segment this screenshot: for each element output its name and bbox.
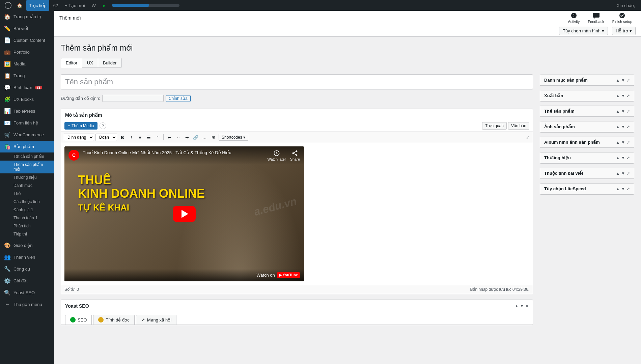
permalink-input[interactable] — [102, 95, 164, 102]
product-name-input[interactable] — [61, 75, 533, 89]
panel-attributes-down[interactable]: ▼ — [621, 171, 625, 176]
yoast-tab-social[interactable]: ↗ Mạng xã hội — [136, 315, 176, 325]
panel-publish-up[interactable]: ▲ — [616, 93, 620, 98]
panel-category-down[interactable]: ▼ — [621, 78, 625, 83]
yoast-header[interactable]: Yoast SEO ▲ ▼ ✕ — [61, 300, 533, 312]
submenu-tag[interactable]: Thẻ — [0, 190, 54, 198]
submenu-attributes[interactable]: Các thuộc tính — [0, 198, 54, 206]
activity-button[interactable]: Activity — [565, 11, 583, 25]
panel-litespeed-header[interactable]: Tùy chọn LiteSpeed ▲ ▼ ⤢ — [540, 184, 634, 194]
watch-later-button[interactable]: Watch later — [267, 150, 286, 161]
menu-item-yoast[interactable]: 🔍 Yoast SEO — [0, 287, 54, 299]
adminbar-new[interactable]: + Tạo mới — [62, 0, 87, 11]
tab-builder[interactable]: Builder — [98, 58, 121, 68]
submenu-analytics[interactable]: Phân tích — [0, 222, 54, 230]
panel-publish-header[interactable]: Xuất bản ▲ ▼ ⤢ — [540, 90, 634, 101]
panel-brand-down[interactable]: ▼ — [621, 156, 625, 160]
panel-brand-up[interactable]: ▲ — [616, 156, 620, 160]
adminbar-dot[interactable]: ● — [100, 0, 108, 11]
submenu-payments[interactable]: Thanh toán 1 — [0, 214, 54, 222]
submenu-add-product[interactable]: Thêm sản phẩm mới — [0, 161, 54, 173]
menu-item-pages[interactable]: 📋 Trang — [0, 70, 54, 82]
submenu-category[interactable]: Danh mục — [0, 181, 54, 190]
submenu-brand[interactable]: Thương hiệu — [0, 173, 54, 181]
panel-category-header[interactable]: Danh mục sản phẩm ▲ ▼ ⤢ — [540, 75, 634, 86]
panel-product-image-header[interactable]: Ảnh sản phẩm ▲ ▼ ⤢ — [540, 121, 634, 132]
panel-litespeed-down[interactable]: ▼ — [621, 187, 625, 191]
yoast-arrow-expand[interactable]: ✕ — [525, 304, 529, 308]
panel-tags-header[interactable]: Thẻ sản phẩm ▲ ▼ ⤢ — [540, 106, 634, 117]
panel-product-image-down[interactable]: ▼ — [621, 124, 625, 129]
shortcodes-button[interactable]: Shortcodes ▾ — [219, 134, 248, 141]
submenu-all-products[interactable]: Tất cả sản phẩm — [0, 152, 54, 161]
menu-item-posts[interactable]: ✏️ Bài viết — [0, 23, 54, 34]
panel-tags-down[interactable]: ▼ — [621, 109, 625, 114]
adminbar-site[interactable]: 🏠 — [14, 0, 25, 11]
menu-item-contact[interactable]: 📧 Form liên hệ — [0, 117, 54, 129]
panel-litespeed-expand[interactable]: ⤢ — [626, 187, 630, 191]
link-button[interactable]: 🔗 — [192, 133, 200, 141]
paragraph-select[interactable]: Đoạn — [95, 134, 117, 141]
menu-item-members[interactable]: 👥 Thành viên — [0, 251, 54, 263]
panel-attributes-up[interactable]: ▲ — [616, 171, 620, 176]
menu-item-appearance[interactable]: 🎨 Giao diện — [0, 240, 54, 251]
menu-item-portfolio[interactable]: 💼 Portfolio — [0, 46, 54, 58]
play-button[interactable] — [173, 206, 196, 222]
submenu-reviews[interactable]: Đánh giá 1 — [0, 206, 54, 214]
align-right-button[interactable]: ➡ — [183, 133, 191, 141]
menu-item-comments[interactable]: 💬 Bình luận 72 — [0, 82, 54, 93]
align-left-button[interactable]: ⬅ — [165, 133, 173, 141]
info-button[interactable]: ? — [100, 122, 106, 129]
screen-options-button[interactable]: Tùy chọn màn hình ▾ — [559, 27, 608, 35]
panel-gallery-header[interactable]: Album hình ảnh sản phẩm ▲ ▼ ⤢ — [540, 137, 634, 148]
menu-item-woocommerce[interactable]: 🛒 WooCommerce — [0, 129, 54, 141]
align-center-button[interactable]: ↔ — [174, 133, 182, 141]
menu-item-media[interactable]: 🖼️ Media — [0, 58, 54, 70]
panel-publish-down[interactable]: ▼ — [621, 93, 625, 98]
ordered-list-button[interactable]: ≡ — [136, 133, 144, 141]
share-button[interactable]: Share — [290, 150, 300, 161]
menu-item-tablepress[interactable]: 📊 TablePress — [0, 105, 54, 117]
menu-item-collapse[interactable]: ← Thu gọn menu — [0, 299, 54, 310]
yoast-tab-readability[interactable]: Tính dễ đọc — [93, 315, 134, 325]
text-view-button[interactable]: Văn bản — [508, 122, 529, 130]
panel-category-up[interactable]: ▲ — [616, 78, 620, 83]
panel-attributes-expand[interactable]: ⤢ — [626, 171, 630, 176]
bold-button[interactable]: B — [118, 133, 127, 141]
menu-item-custom-content[interactable]: 📄 Custom Content — [0, 34, 54, 46]
blockquote-button[interactable]: " — [154, 133, 162, 141]
add-media-button[interactable]: + Thêm Media — [64, 122, 97, 130]
menu-item-dashboard[interactable]: 🏠 Trang quản trị — [0, 11, 54, 23]
menu-item-tools[interactable]: 🔧 Công cụ — [0, 263, 54, 275]
adminbar-w[interactable]: W — [89, 0, 99, 11]
tab-ux[interactable]: UX — [82, 58, 98, 68]
panel-tags-expand[interactable]: ⤢ — [626, 109, 630, 114]
menu-item-ux-blocks[interactable]: 🧩 UX Blocks — [0, 93, 54, 105]
panel-brand-expand[interactable]: ⤢ — [626, 156, 630, 160]
wp-logo[interactable] — [3, 0, 13, 11]
panel-category-expand[interactable]: ⤢ — [626, 78, 630, 83]
panel-brand-header[interactable]: Thương hiệu ▲ ▼ ⤢ — [540, 152, 634, 163]
panel-gallery-expand[interactable]: ⤢ — [626, 140, 630, 145]
adminbar-live[interactable]: Trực tiếp — [26, 0, 49, 11]
yoast-arrow-down[interactable]: ▼ — [520, 304, 524, 308]
format-select[interactable]: Định dạng — [64, 134, 94, 141]
panel-gallery-up[interactable]: ▲ — [616, 140, 620, 145]
panel-attributes-header[interactable]: Thuộc tính bài viết ▲ ▼ ⤢ — [540, 168, 634, 179]
feedback-button[interactable]: Feedback — [584, 11, 607, 25]
panel-publish-expand[interactable]: ⤢ — [626, 93, 630, 98]
table-button[interactable]: ⊞ — [209, 133, 217, 141]
menu-item-products[interactable]: 🛍️ Sản phẩm — [0, 141, 54, 152]
unordered-list-button[interactable]: ☰ — [145, 133, 153, 141]
menu-item-settings[interactable]: ⚙️ Cài đặt — [0, 275, 54, 287]
panel-product-image-expand[interactable]: ⤢ — [626, 124, 630, 129]
italic-button[interactable]: I — [127, 133, 135, 141]
submenu-marketing[interactable]: Tiếp thị — [0, 230, 54, 238]
permalink-edit-button[interactable]: Chỉnh sửa — [166, 95, 191, 102]
tab-editor[interactable]: Editor — [61, 58, 82, 68]
visual-view-button[interactable]: Trực quan — [482, 122, 507, 130]
panel-product-image-up[interactable]: ▲ — [616, 124, 620, 129]
expand-editor-button[interactable]: ⤢ — [526, 135, 530, 140]
finish-setup-button[interactable]: Finish setup — [609, 11, 636, 25]
panel-gallery-down[interactable]: ▼ — [621, 140, 625, 145]
